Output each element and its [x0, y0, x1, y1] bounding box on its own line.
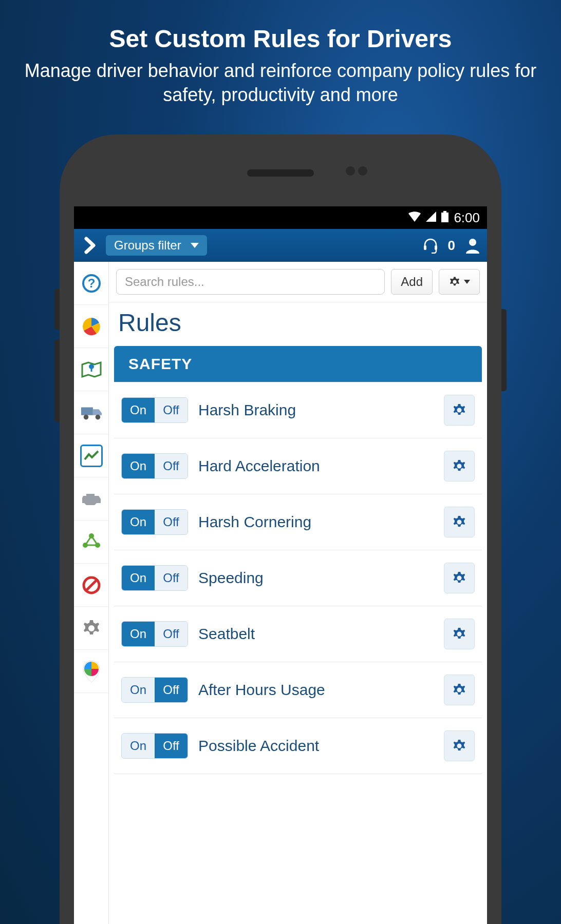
rule-settings-button[interactable] [444, 730, 475, 761]
sidebar-item-help[interactable]: ? [74, 262, 108, 305]
cellular-icon [426, 211, 436, 224]
rule-toggle[interactable]: OnOff [121, 453, 188, 479]
app-header: Groups filter 0 [74, 229, 487, 262]
svg-rect-1 [441, 213, 448, 222]
rule-settings-button[interactable] [444, 619, 475, 649]
toggle-off-option[interactable]: Off [155, 398, 188, 422]
sidebar-item-activity[interactable] [74, 434, 108, 477]
toggle-off-option[interactable]: Off [155, 454, 188, 478]
gear-icon [452, 682, 467, 698]
map-icon [80, 358, 103, 381]
page-title: Rules [109, 302, 487, 346]
svg-rect-0 [443, 211, 446, 213]
rule-settings-button[interactable] [444, 507, 475, 537]
toggle-on-option[interactable]: On [122, 398, 155, 422]
battery-icon [441, 211, 448, 224]
toggle-on-option[interactable]: On [122, 678, 155, 702]
rule-toggle[interactable]: OnOff [121, 397, 188, 423]
rule-settings-button[interactable] [444, 563, 475, 593]
gear-icon [452, 458, 467, 474]
rule-toggle[interactable]: OnOff [121, 621, 188, 647]
support-headset-icon[interactable] [422, 237, 439, 254]
engine-icon [80, 488, 103, 510]
svg-point-23 [457, 688, 462, 692]
profile-icon[interactable] [464, 237, 481, 254]
rule-name-label: After Hours Usage [198, 681, 434, 699]
rule-name-label: Seatbelt [198, 625, 434, 643]
search-input[interactable] [116, 269, 385, 295]
promo-title: Set Custom Rules for Drivers [21, 25, 540, 53]
rules-list: OnOffHarsh BrakingOnOffHard Acceleration… [109, 382, 487, 774]
rule-settings-button[interactable] [444, 395, 475, 426]
svg-point-24 [457, 744, 462, 748]
rule-row: OnOffHarsh Cornering [114, 494, 482, 550]
help-icon: ? [80, 272, 103, 295]
section-header-safety: SAFETY [114, 346, 482, 382]
toggle-on-option[interactable]: On [122, 566, 155, 590]
svg-point-18 [457, 408, 462, 413]
rule-settings-button[interactable] [444, 451, 475, 482]
rule-toggle[interactable]: OnOff [121, 733, 188, 759]
toggle-on-option[interactable]: On [122, 734, 155, 758]
svg-point-22 [457, 632, 462, 637]
gear-icon [452, 738, 467, 754]
phone-button-vol-down [54, 340, 60, 422]
add-button[interactable]: Add [391, 269, 433, 295]
groups-filter-dropdown[interactable]: Groups filter [106, 235, 207, 256]
notification-count: 0 [448, 238, 455, 254]
toggle-on-option[interactable]: On [122, 622, 155, 646]
chart-line-icon [80, 445, 103, 467]
rule-row: OnOffSeatbelt [114, 606, 482, 662]
svg-point-16 [88, 625, 95, 631]
rule-toggle[interactable]: OnOff [121, 677, 188, 703]
svg-rect-2 [424, 245, 426, 250]
rule-toggle[interactable]: OnOff [121, 509, 188, 535]
rule-settings-button[interactable] [444, 675, 475, 705]
svg-text:?: ? [87, 276, 95, 290]
phone-screen: 6:00 Groups filter 0 [74, 206, 487, 924]
menu-toggle-button[interactable] [80, 236, 100, 255]
rule-row: OnOffAfter Hours Usage [114, 662, 482, 718]
rule-toggle[interactable]: OnOff [121, 565, 188, 591]
rule-name-label: Possible Accident [198, 737, 434, 755]
rule-name-label: Hard Acceleration [198, 457, 434, 475]
rule-name-label: Speeding [198, 569, 434, 587]
content-area: ? [74, 262, 487, 924]
toggle-off-option[interactable]: Off [155, 566, 188, 590]
groups-filter-label: Groups filter [114, 238, 181, 253]
gear-icon [452, 514, 467, 530]
rule-row: OnOffSpeeding [114, 550, 482, 606]
toggle-on-option[interactable]: On [122, 510, 155, 534]
sidebar-item-settings[interactable] [74, 607, 108, 650]
gear-icon [452, 570, 467, 586]
toggle-off-option[interactable]: Off [155, 734, 188, 758]
sidebar-item-map[interactable] [74, 348, 108, 391]
svg-point-19 [457, 464, 462, 469]
sidebar-item-vehicles[interactable] [74, 391, 108, 434]
wifi-icon [408, 211, 421, 224]
sidebar-item-marketplace[interactable] [74, 650, 108, 693]
options-dropdown[interactable] [439, 269, 480, 295]
marker-colorful-icon [80, 660, 103, 683]
prohibited-icon [80, 574, 103, 596]
sidebar: ? [74, 262, 109, 924]
truck-icon [80, 401, 103, 424]
toggle-on-option[interactable]: On [122, 454, 155, 478]
sidebar-item-zones[interactable] [74, 521, 108, 564]
toggle-off-option[interactable]: Off [155, 510, 188, 534]
toggle-off-option[interactable]: Off [155, 678, 188, 702]
sidebar-item-engine[interactable] [74, 477, 108, 521]
rule-row: OnOffHarsh Braking [114, 382, 482, 438]
sidebar-item-dashboard[interactable] [74, 305, 108, 348]
svg-point-9 [83, 414, 88, 419]
svg-point-7 [89, 364, 94, 369]
gear-icon [448, 276, 461, 288]
gear-icon [452, 626, 467, 642]
svg-point-4 [469, 239, 476, 246]
sidebar-item-exceptions[interactable] [74, 564, 108, 607]
main-panel: Add Rules SAFETY OnOffHarsh BrakingOnOff… [109, 262, 487, 924]
dropdown-caret-icon [191, 243, 199, 248]
toggle-off-option[interactable]: Off [155, 622, 188, 646]
rule-name-label: Harsh Cornering [198, 513, 434, 531]
gear-icon [80, 617, 103, 640]
